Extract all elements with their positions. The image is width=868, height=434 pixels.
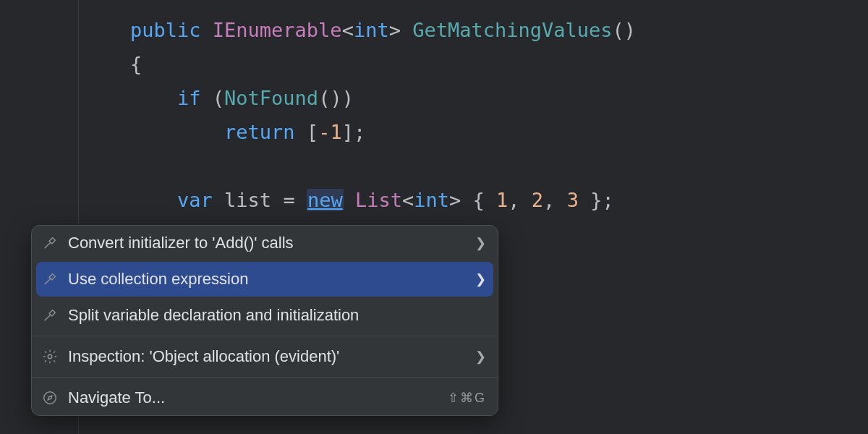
code-editor[interactable]: public IEnumerable<int> GetMatchingValue… (0, 0, 868, 434)
literal-1: 1 (496, 189, 508, 211)
shortcut-label: ⇧⌘G (448, 390, 486, 406)
keyword-var: var (177, 189, 213, 211)
type-int-arg: int (414, 189, 449, 211)
angle-close: > (389, 19, 401, 41)
keyword-return: return (224, 121, 295, 143)
literal-neg1: -1 (318, 121, 342, 143)
code-area[interactable]: public IEnumerable<int> GetMatchingValue… (130, 13, 636, 217)
action-label: Use collection expression (68, 270, 465, 289)
keyword-if: if (177, 87, 201, 109)
call-notfound: NotFound (224, 87, 318, 109)
hammer-icon (42, 235, 58, 251)
chevron-right-icon: ❯ (475, 235, 486, 251)
hammer-icon (42, 307, 58, 323)
method-name: GetMatchingValues (412, 19, 612, 41)
hammer-icon (42, 271, 58, 287)
action-label: Inspection: 'Object allocation (evident)… (68, 347, 465, 366)
keyword-public: public (130, 19, 201, 41)
brace-open: { (130, 53, 142, 75)
keyword-new: new (307, 189, 343, 211)
action-inspection[interactable]: Inspection: 'Object allocation (evident)… (32, 339, 498, 374)
action-label: Split variable declaration and initializ… (68, 306, 486, 325)
action-navigate-to[interactable]: Navigate To... ⇧⌘G (32, 380, 498, 415)
svg-point-1 (44, 392, 56, 404)
type-int: int (354, 19, 389, 41)
menu-separator (32, 377, 498, 378)
parens: () (613, 19, 637, 41)
identifier-list: list (224, 189, 271, 211)
op-equals: = (283, 189, 294, 211)
literal-3: 3 (567, 189, 579, 211)
angle-open: < (342, 19, 354, 41)
action-label: Navigate To... (68, 388, 438, 407)
highlighted-new: new (307, 189, 344, 211)
gear-icon (42, 349, 58, 365)
chevron-right-icon: ❯ (475, 271, 486, 287)
action-split-declaration[interactable]: Split variable declaration and initializ… (32, 298, 498, 333)
chevron-right-icon: ❯ (475, 349, 486, 365)
action-label: Convert initializer to 'Add()' calls (68, 234, 465, 252)
compass-icon (42, 390, 58, 406)
literal-2: 2 (532, 189, 543, 211)
quick-actions-popup: Convert initializer to 'Add()' calls ❯ U… (31, 225, 498, 416)
type-ienumerable: IEnumerable (213, 19, 342, 41)
svg-point-0 (48, 354, 52, 359)
type-list: List (355, 189, 402, 211)
menu-separator (32, 336, 498, 336)
action-use-collection-expression[interactable]: Use collection expression ❯ (36, 262, 493, 297)
action-convert-initializer[interactable]: Convert initializer to 'Add()' calls ❯ (32, 226, 498, 260)
